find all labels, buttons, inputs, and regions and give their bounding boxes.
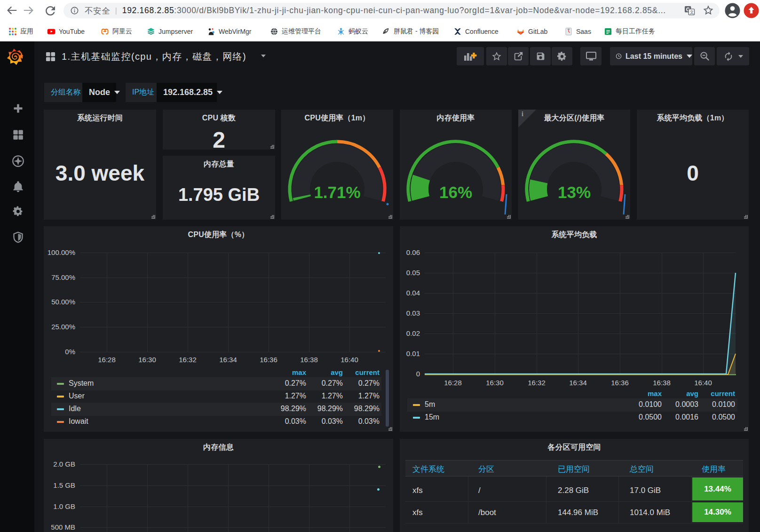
svg-text:文: 文 [690,10,694,15]
svg-text:13%: 13% [558,183,591,201]
svg-text:16%: 16% [439,183,472,201]
svg-text:1.71%: 1.71% [314,183,360,201]
